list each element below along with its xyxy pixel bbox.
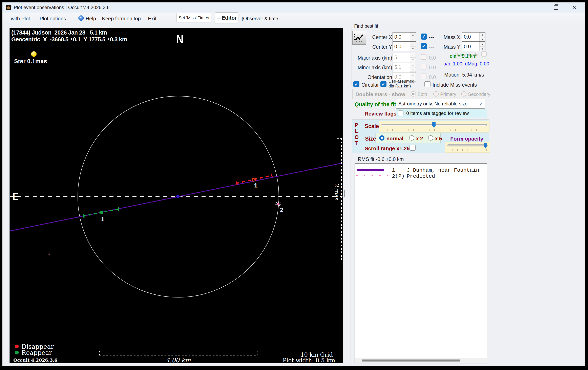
minor-axis-label: Minor axis (km) [354,65,392,71]
scale-slider[interactable] [379,121,489,132]
mass-y-value[interactable]: 0.0 [462,42,479,51]
version-label: Occult 4.2026.3.6 [13,358,57,363]
maximize-restore-button[interactable] [549,3,562,12]
use-assumed-label-line2: dia (5.1 km) [388,84,411,88]
mass-y-up-arrow[interactable]: ▲ [480,42,485,47]
include-miss-checkbox[interactable] [424,81,430,87]
minor-axis-spinner[interactable]: 5.1 ▲▼ [393,63,416,72]
app-window: Plot event observations : Occult v.4.202… [2,2,585,366]
shape-model-checkbox[interactable] [481,51,487,57]
help-icon[interactable]: ? [78,15,84,21]
center-x-value[interactable]: 0.0 [393,32,410,42]
form-opacity-label: Form opacity [450,136,483,142]
observer-1-num[interactable]: 1 [392,167,395,173]
center-x-link-label: --- [429,34,434,40]
circular-label: Circular [361,82,379,88]
center-y-up-arrow[interactable]: ▲ [410,42,416,47]
chord-1-reappear-marker [100,211,104,214]
mas-bracket-tick-bottom [337,262,341,262]
major-axis-down-arrow[interactable]: ▼ [410,58,416,62]
double-stars-primary-radio[interactable] [433,91,439,96]
menu-bar: with Plot... Plot options... ? Help Keep… [2,12,585,25]
plot-title: (17844) Judson 2026 Jan 28 5.1 km [11,29,107,36]
size-x5-radio[interactable] [428,135,433,141]
mass-x-down-arrow[interactable]: ▼ [480,37,485,42]
km-scale-label: 4.00 km [159,357,198,364]
menu-help[interactable]: Help [86,16,96,21]
minor-axis-value[interactable]: 5.1 [393,63,410,72]
orientation-fit-checkbox[interactable] [421,74,426,79]
center-y-value[interactable]: 0.0 [393,42,410,51]
chart-icon [353,31,365,44]
review-flags-text: 0 items are tagged for review [402,110,469,116]
observer-time-label: {Observer & time} [242,16,280,21]
mass-x-spinner[interactable]: 0.0 ▲▼ [462,32,485,42]
observer-2-name[interactable]: Predicted [407,173,435,179]
center-y-fit-checkbox[interactable]: ✓ [421,43,427,49]
orientation-up-arrow[interactable]: ▲ [410,73,416,77]
app-icon [6,5,11,10]
circular-checkbox[interactable]: ✓ [353,81,359,87]
center-y-spinner[interactable]: 0.0 ▲▼ [393,42,416,51]
editor-button[interactable]: →Editor [215,12,238,23]
scale-slider-thumb[interactable] [432,122,436,128]
mass-y-down-arrow[interactable]: ▼ [480,47,485,51]
observer-2-num[interactable]: 2(P) [392,173,404,179]
double-stars-label: Double stars - show [355,91,405,97]
dia-label: dia = 5.1 km [450,53,476,59]
major-axis-fit-checkbox[interactable] [421,54,426,60]
major-axis-up-arrow[interactable]: ▲ [410,53,416,58]
observer-list[interactable]: 1 J Dunham, near Fountain 2(P) Predicted [355,163,487,364]
mass-x-value[interactable]: 0.0 [462,32,479,42]
center-y-down-arrow[interactable]: ▼ [410,47,416,51]
menu-exit[interactable]: Exit [148,16,157,21]
form-opacity-track[interactable] [447,144,488,147]
horizontal-scrollbar[interactable] [355,358,487,363]
major-axis-value[interactable]: 5.1 [393,53,410,62]
plot-vertical-letters: PLOT [355,122,359,146]
plot-canvas: (17844) Judson 2026 Jan 28 5.1 km Geocen… [10,28,343,363]
observer-1-name[interactable]: J Dunham, near Fountain [407,167,479,173]
minimize-button[interactable]: — [531,3,544,12]
form-opacity-slider[interactable] [445,142,490,153]
km-bracket-line [99,355,257,355]
mass-y-spinner[interactable]: 0.0 ▲▼ [462,42,485,51]
double-stars-secondary-label: Secondary [468,92,490,97]
set-miss-times-button[interactable]: Set 'Miss' Times [176,13,211,22]
mass-y-label: Mass Y [439,44,460,50]
chord-1-event-marker [252,178,256,182]
menu-keep-form-on-top[interactable]: Keep form on top [102,16,141,21]
splitter-grip[interactable] [344,190,345,197]
chord-1-red-label: 1 [254,182,257,189]
double-stars-secondary-radio[interactable] [461,91,466,96]
horizontal-scrollbar-thumb[interactable] [362,359,460,361]
center-x-down-arrow[interactable]: ▼ [410,37,416,42]
predicted-point-label: 2 [280,206,283,213]
size-normal-radio[interactable] [379,135,384,141]
star-size-label: Star 0.1mas [14,58,47,65]
center-x-label: Center X [364,34,392,40]
size-x2-radio[interactable] [409,135,414,141]
use-assumed-label-line1: Use assumed [388,79,414,84]
minor-axis-fit-checkbox[interactable] [421,64,426,69]
double-stars-both-radio[interactable] [411,91,416,96]
minor-axis-down-arrow[interactable]: ▼ [410,67,416,72]
minor-axis-up-arrow[interactable]: ▲ [410,63,416,67]
review-flags-checkbox[interactable] [398,110,403,116]
center-x-fit-checkbox[interactable]: ✓ [421,33,427,40]
menu-plot-options[interactable]: Plot options... [40,16,70,21]
restore-icon [554,5,558,10]
quality-of-fit-dropdown[interactable]: Astrometry only. No reliable size ∨ [396,99,485,109]
menu-with-plot[interactable]: with Plot... [11,16,34,21]
scroll-range-checkbox[interactable] [410,145,416,151]
major-axis-spinner[interactable]: 5.1 ▲▼ [393,53,416,62]
close-button[interactable]: ✕ [568,3,581,12]
center-x-up-arrow[interactable]: ▲ [410,32,416,37]
observer-2-swatch [356,175,388,176]
use-assumed-dia-checkbox[interactable]: ✓ [380,81,387,87]
center-x-spinner[interactable]: 0.0 ▲▼ [393,32,416,42]
rms-fit-label: RMS fit -0.6 ±0.0 km [358,156,404,162]
form-opacity-thumb[interactable] [484,143,487,148]
motion-label: Motion: 5.94 km/s [444,72,484,78]
mass-x-up-arrow[interactable]: ▲ [480,32,485,37]
